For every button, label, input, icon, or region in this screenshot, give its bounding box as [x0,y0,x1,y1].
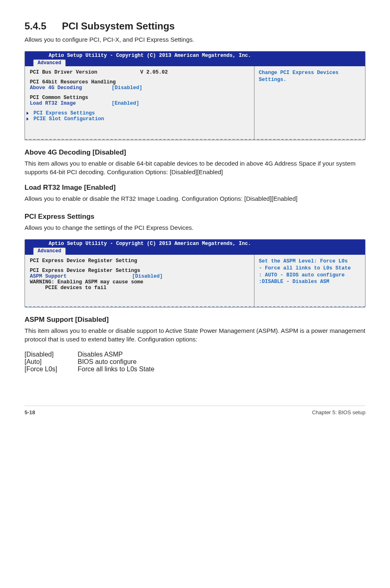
bios-titlebar: Aptio Setup Utility - Copyright (C) 2013… [25,52,365,66]
pci-bus-driver-version-label: PCI Bus Driver Version [30,70,140,75]
heading-pci-express-settings: PCI Express Settings [25,213,365,221]
group-64bit-header: PCI 64bit Resources Handling [30,79,116,85]
section-intro: Allows you to configure PCI, PCI-X, and … [25,35,365,44]
body-aspm-support: This item allows you to enable or disabl… [25,326,365,343]
body-pci-express-settings: Allows you to change the settings of the… [25,223,365,232]
option-disabled-label: [Disabled] [25,351,78,358]
bios-utility-title: Aptio Setup Utility - Copyright (C) 2013… [29,53,361,58]
bios-help-text: Change PCI Express Devices Settings. [259,70,361,83]
option-auto-label: [Auto] [25,358,78,366]
section-number: 5.4.5 [25,20,46,32]
option-auto-desc: BIOS auto configure [78,358,137,366]
chevron-right-icon [27,112,29,115]
aspm-support-label[interactable]: ASPM Support [30,274,132,279]
section-title: PCI Subsystem Settings [62,20,175,31]
submenu-pcie-slot-configuration[interactable]: PCIE Slot Configuration [30,116,249,122]
bios-main-panel: PCI Express Device Register Setting PCI … [25,255,255,306]
heading-above-4g: Above 4G Decoding [Disabled] [25,148,365,157]
option-disabled-desc: Disables ASMP [78,351,123,358]
body-above-4g: This item allows you to enable or disabl… [25,159,365,176]
chapter-title: Chapter 5: BIOS setup [312,409,365,415]
register-setting-header: PCI Express Device Register Setting [30,258,137,264]
chevron-right-icon [27,117,29,121]
warning-line-2: PCIE devices to fail [30,285,107,291]
page-footer: 5-18 Chapter 5: BIOS setup [25,406,365,415]
heading-load-rt32: Load RT32 Image [Enabled] [25,184,365,192]
submenu-label: PCIE Slot Configuration [34,116,104,122]
bios-tabbar: Advanced [29,58,361,66]
tab-advanced[interactable]: Advanced [33,59,66,66]
load-rt32-image-value[interactable]: [Enabled] [112,101,139,106]
option-force-l0s-label: [Force L0s] [25,366,78,373]
section-heading: 5.4.5PCI Subsystem Settings [25,20,365,32]
bios-window-pci-express: Aptio Setup Utility - Copyright (C) 2013… [25,239,365,307]
bios-help-text: Set the ASPM Level: Force L0s - Force al… [259,258,361,286]
option-row: [Disabled] Disables ASMP [25,351,365,358]
tab-advanced[interactable]: Advanced [33,247,66,254]
load-rt32-image-label[interactable]: Load RT32 Image [30,101,112,106]
bios-titlebar: Aptio Setup Utility - Copyright (C) 2013… [25,240,365,254]
bios-tabbar: Advanced [29,247,361,254]
body-load-rt32: Allows you to enable or disable the RT32… [25,194,365,203]
bios-main-panel: PCI Bus Driver Version V 2.05.02 PCI 64b… [25,66,255,139]
bios-help-panel: Set the ASPM Level: Force L0s - Force al… [255,255,365,306]
submenu-pci-express-settings[interactable]: PCI Express Settings [30,110,249,116]
bios-utility-title: Aptio Setup Utility - Copyright (C) 2013… [29,241,361,247]
above-4g-decoding-value[interactable]: [Disabled] [112,85,142,91]
above-4g-decoding-label[interactable]: Above 4G Decoding [30,85,112,91]
warning-line-1: WARNING: Enabling ASPM may cause some [30,279,143,285]
bios-window-pci-subsystem: Aptio Setup Utility - Copyright (C) 2013… [25,51,365,140]
page-number: 5-18 [25,409,35,415]
aspm-support-value[interactable]: [Disabled] [132,274,163,279]
option-row: [Force L0s] Force all links to L0s State [25,366,365,373]
pci-bus-driver-version-value: V 2.05.02 [140,70,168,75]
submenu-label: PCI Express Settings [34,110,95,116]
group-common-header: PCI Common Settings [30,95,88,101]
option-row: [Auto] BIOS auto configure [25,358,365,366]
heading-aspm-support: ASPM Support [Disabled] [25,316,365,324]
option-force-l0s-desc: Force all links to L0s State [78,366,155,373]
bios-help-panel: Change PCI Express Devices Settings. [255,66,365,139]
register-settings-header: PCI Express Device Register Settings [30,268,140,274]
